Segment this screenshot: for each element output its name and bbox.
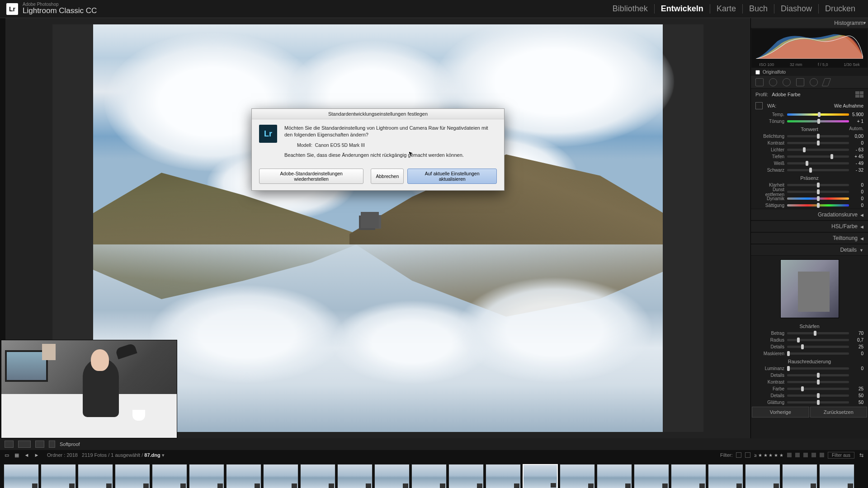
- slider-thumb[interactable]: [817, 119, 820, 124]
- slider-thumb[interactable]: [817, 380, 820, 385]
- slider-track[interactable]: [787, 204, 849, 206]
- details-header[interactable]: Details▼: [751, 244, 868, 256]
- module-drucken[interactable]: Drucken: [819, 4, 862, 14]
- slider-thumb[interactable]: [830, 154, 833, 159]
- slider-temp-[interactable]: Temp.5.900: [751, 111, 868, 118]
- slider-track[interactable]: [787, 162, 849, 164]
- slider-track[interactable]: [787, 120, 849, 122]
- filmstrip-thumb[interactable]: [152, 464, 187, 488]
- slider-t-nung[interactable]: Tönung+ 1: [751, 118, 868, 125]
- crop-tool-icon[interactable]: [755, 78, 764, 86]
- slider-thumb[interactable]: [809, 168, 812, 173]
- module-diashow[interactable]: Diashow: [774, 4, 819, 14]
- filmstrip-thumb[interactable]: [263, 464, 298, 488]
- filmstrip-thumb[interactable]: [189, 464, 224, 488]
- slider-track[interactable]: [787, 346, 849, 348]
- histogram[interactable]: ISO 100 32 mm f / 5,0 1/30 Sek: [751, 29, 868, 68]
- slider-lichter[interactable]: Lichter- 63: [751, 146, 868, 153]
- slider-details[interactable]: Details: [751, 372, 868, 379]
- slider-track[interactable]: [787, 149, 849, 151]
- slider-thumb[interactable]: [801, 344, 804, 349]
- slider-thumb[interactable]: [806, 161, 808, 166]
- slider-track[interactable]: [787, 191, 849, 193]
- filmstrip-thumb[interactable]: [374, 464, 410, 488]
- module-entwickeln[interactable]: Entwickeln: [655, 4, 710, 14]
- slider-tiefen[interactable]: Tiefen+ 45: [751, 153, 868, 160]
- slider-luminanz[interactable]: Luminanz0: [751, 365, 868, 372]
- flag-filter-icon[interactable]: [736, 452, 741, 458]
- slider-track[interactable]: [787, 374, 849, 376]
- rating-filter[interactable]: ≥ ★ ★ ★ ★ ★: [754, 452, 783, 458]
- slider-belichtung[interactable]: Belichtung0,00: [751, 133, 868, 140]
- slider-track[interactable]: [787, 401, 849, 404]
- detail-preview[interactable]: [780, 259, 839, 318]
- slider-thumb[interactable]: [817, 373, 820, 378]
- slider-thumb[interactable]: [817, 141, 820, 145]
- flag-reject-icon[interactable]: [745, 452, 750, 458]
- cancel-button[interactable]: Abbrechen: [371, 169, 404, 184]
- slider-thumb[interactable]: [817, 393, 820, 398]
- slider-thumb[interactable]: [817, 134, 820, 139]
- slider-track[interactable]: [787, 135, 849, 137]
- loupe-view-icon[interactable]: [5, 441, 14, 448]
- auto-tone-button[interactable]: Autom.: [849, 126, 863, 131]
- slider-track[interactable]: [787, 197, 849, 200]
- slider-thumb[interactable]: [801, 386, 804, 391]
- color-filter-blue[interactable]: [811, 453, 816, 457]
- slider-betrag[interactable]: Betrag70: [751, 330, 868, 337]
- slider-radius[interactable]: Radius0,7: [751, 337, 868, 343]
- slider-track[interactable]: [787, 142, 849, 144]
- slider-thumb[interactable]: [817, 183, 820, 188]
- slider-schwarz[interactable]: Schwarz- 32: [751, 167, 868, 174]
- slider-track[interactable]: [787, 352, 849, 355]
- module-buch[interactable]: Buch: [743, 4, 774, 14]
- softproof-label[interactable]: Softproof: [60, 441, 80, 447]
- filmstrip-thumb[interactable]: [300, 464, 335, 488]
- panel-gradationskurve[interactable]: Gradationskurve◀: [751, 209, 868, 221]
- filter-preset-dropdown[interactable]: Filter aus: [828, 452, 854, 459]
- slider-track[interactable]: [787, 381, 849, 383]
- slider-track[interactable]: [787, 394, 849, 397]
- filmstrip-thumb[interactable]: [523, 464, 558, 488]
- filmstrip-thumb[interactable]: [4, 464, 39, 488]
- folder-path[interactable]: Ordner : 2018 2119 Fotos / 1 ausgewählt …: [47, 452, 165, 458]
- filmstrip-thumb[interactable]: [745, 464, 780, 488]
- slider-thumb[interactable]: [803, 147, 806, 152]
- filmstrip-thumb[interactable]: [708, 464, 743, 488]
- slider-kontrast[interactable]: Kontrast: [751, 379, 868, 385]
- filmstrip-thumb[interactable]: [486, 464, 521, 488]
- nav-back-icon[interactable]: ◄: [24, 452, 30, 458]
- slider-thumb[interactable]: [787, 351, 790, 356]
- slider-farbe[interactable]: Farbe25: [751, 385, 868, 392]
- grid-icon[interactable]: ▦: [14, 452, 20, 458]
- slider-thumb[interactable]: [817, 203, 820, 208]
- brush-tool-icon[interactable]: [822, 78, 831, 86]
- nav-fwd-icon[interactable]: ►: [33, 452, 40, 458]
- panel-teiltonung[interactable]: Teiltonung◀: [751, 232, 868, 244]
- module-bibliothek[interactable]: Bibliothek: [606, 4, 655, 14]
- slider-thumb[interactable]: [797, 338, 800, 343]
- slider-thumb[interactable]: [787, 366, 790, 371]
- previous-button[interactable]: Vorherige: [752, 407, 809, 418]
- slider-track[interactable]: [787, 169, 849, 171]
- filmstrip-thumb[interactable]: [671, 464, 706, 488]
- filmstrip-thumb[interactable]: [41, 464, 76, 488]
- radial-tool-icon[interactable]: [810, 78, 818, 86]
- profile-row[interactable]: Profil: Adobe Farbe: [751, 89, 868, 100]
- slider-wei-[interactable]: Weiß- 49: [751, 160, 868, 167]
- histogram-header[interactable]: Histogramm▼: [751, 18, 868, 28]
- slider-maskieren[interactable]: Maskieren0: [751, 350, 868, 357]
- filmstrip-thumb[interactable]: [819, 464, 854, 488]
- slider-track[interactable]: [787, 339, 849, 341]
- color-filter-red[interactable]: [787, 453, 792, 457]
- filmstrip-thumb[interactable]: [448, 464, 484, 488]
- slider-track[interactable]: [787, 155, 849, 158]
- color-filter-purple[interactable]: [820, 453, 824, 457]
- filter-lock-icon[interactable]: ⇆: [858, 452, 864, 458]
- filmstrip-thumb[interactable]: [337, 464, 373, 488]
- slider-gl-ttung[interactable]: Glättung50: [751, 399, 868, 406]
- filmstrip-thumb[interactable]: [560, 464, 595, 488]
- filmstrip[interactable]: [0, 460, 868, 488]
- slider-kontrast[interactable]: Kontrast0: [751, 140, 868, 146]
- filmstrip-thumb[interactable]: [597, 464, 632, 488]
